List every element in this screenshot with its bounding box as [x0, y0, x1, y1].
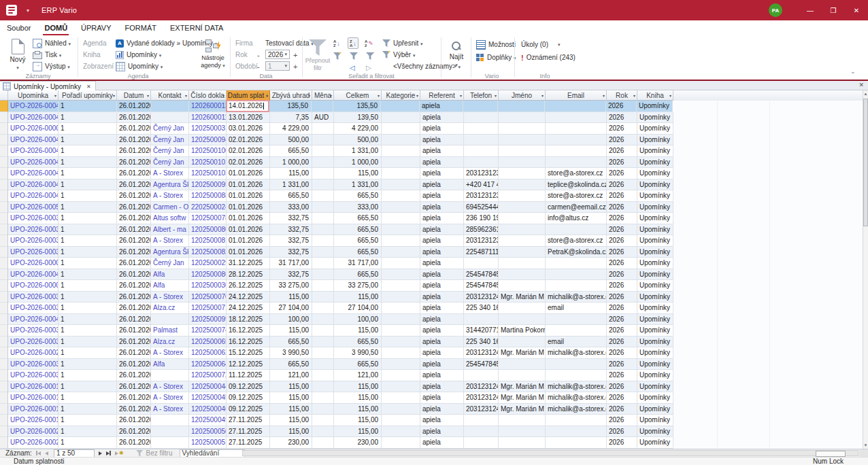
cell-kategorie[interactable]	[382, 415, 420, 426]
rok-spinner[interactable]: 2026▾	[265, 50, 290, 59]
cell-poradi-upominky[interactable]: 1	[59, 325, 117, 337]
cell-mena[interactable]	[312, 224, 334, 236]
cell-upominka[interactable]: UPO-2026-00038	[8, 235, 59, 247]
obdobi-spinner[interactable]: 1▾	[265, 61, 290, 71]
cell-telefon[interactable]: 203123123	[464, 168, 499, 179]
column-dropdown-icon[interactable]: ▾	[266, 93, 268, 98]
first-record-button[interactable]	[36, 451, 41, 455]
cell-mena[interactable]	[312, 359, 334, 371]
cell-datum[interactable]: 26.01.2026	[117, 157, 151, 169]
cell-referent[interactable]: apiela	[420, 347, 464, 359]
datasheet[interactable]: Upominka▾Pořadí upominky▾Datum▾Kontakt▾Č…	[0, 90, 863, 449]
cell-email[interactable]: email	[546, 303, 607, 314]
cell-mena[interactable]	[312, 101, 333, 112]
cell-poradi-upominky[interactable]: 1	[59, 337, 117, 348]
cell-rok[interactable]: 2026	[607, 112, 637, 124]
cell-email[interactable]: michalik@a-storex.cz	[546, 404, 607, 415]
new-record-nav-button[interactable]: ✱	[115, 450, 124, 456]
filter-status[interactable]: Bez filtru	[136, 449, 173, 457]
cell-kontakt[interactable]: Agentura Šk	[151, 179, 189, 191]
cell-datum-splatnosti[interactable]: 03.01.2026	[227, 123, 270, 135]
cell-poradi-upominky[interactable]: 1	[59, 190, 117, 202]
cell-zbyva-uhradit[interactable]: 665,50	[270, 359, 312, 371]
cell-telefon[interactable]: +420 417 445	[464, 179, 499, 191]
cell-cislo-dokladu[interactable]: 1202500080	[189, 224, 227, 236]
cell-kniha[interactable]: Upomínky	[637, 347, 673, 359]
cell-datum-splatnosti[interactable]: 24.12.2025	[227, 303, 270, 314]
cell-datum[interactable]: 26.01.2026	[117, 280, 151, 292]
previous-record-button[interactable]	[45, 451, 48, 455]
cell-poradi-upominky[interactable]: 1	[59, 415, 117, 426]
cell-email[interactable]	[546, 426, 607, 438]
cell-poradi-upominky[interactable]: 1	[59, 213, 117, 224]
cell-datum-splatnosti[interactable]: 01.01.2026	[227, 168, 270, 179]
column-dropdown-icon[interactable]: ▾	[54, 93, 56, 98]
cell-email[interactable]: michalik@a-storex.cz	[546, 292, 607, 303]
cell-cislo-dokladu[interactable]: 1202500072	[189, 370, 227, 381]
cell-cislo-dokladu[interactable]: 1202500071	[189, 303, 227, 314]
cell-referent[interactable]: apiela	[420, 370, 464, 381]
new-record-button[interactable]: Nový▾	[5, 37, 30, 76]
cell-cislo-dokladu[interactable]: 1202500064	[189, 359, 227, 371]
cell-rok[interactable]: 2026	[607, 325, 637, 337]
cell-mena[interactable]	[312, 190, 334, 202]
cell-poradi-upominky[interactable]: 1	[59, 235, 117, 247]
cell-rok[interactable]: 2026	[607, 392, 637, 404]
cell-celkem[interactable]: 139,50	[334, 112, 382, 124]
cell-kontakt[interactable]	[151, 370, 189, 381]
cell-datum-splatnosti[interactable]: 01.01.2026	[227, 224, 270, 236]
table-row[interactable]: UPO-2026-00045126.01.2026Černý Jan120250…	[0, 145, 863, 157]
cell-telefon[interactable]	[464, 437, 499, 449]
cell-mena[interactable]	[312, 314, 334, 326]
column-dropdown-icon[interactable]: ▾	[222, 93, 224, 98]
cell-rok[interactable]: 2026	[607, 213, 637, 224]
cell-poradi-upominky[interactable]: 1	[59, 303, 117, 314]
row-selector[interactable]	[0, 123, 8, 135]
cell-mena[interactable]	[312, 437, 334, 449]
cell-rok[interactable]: 2026	[607, 168, 637, 179]
tasks-button[interactable]: Úkoly (0) ▾	[521, 39, 561, 50]
cell-mena[interactable]	[312, 415, 334, 426]
selection-filter-button[interactable]: ⚡ Výběr ▾	[382, 50, 415, 60]
cell-mena[interactable]: AUD	[312, 112, 334, 124]
cell-poradi-upominky[interactable]: 1	[59, 292, 117, 303]
cell-cislo-dokladu[interactable]: 1202500101	[189, 157, 227, 169]
cell-upominka[interactable]: UPO-2026-00030	[8, 359, 59, 371]
cell-kniha[interactable]: Upomínky	[637, 337, 673, 348]
cell-mena[interactable]	[312, 292, 334, 303]
row-selector[interactable]	[0, 292, 8, 303]
cell-datum[interactable]: 26.01.2026	[117, 190, 151, 202]
cell-cislo-dokladu[interactable]: 1202600013	[189, 101, 227, 112]
column-header-zbyva-uhradit[interactable]: Zbývá uhrad▾	[270, 90, 312, 101]
cell-email[interactable]	[546, 269, 607, 281]
cell-datum-splatnosti[interactable]: 09.12.2025	[227, 381, 270, 393]
column-header-kontakt[interactable]: Kontakt▾	[151, 90, 189, 101]
table-row[interactable]: UPO-2026-00038126.01.2026A - Storex12025…	[0, 235, 863, 247]
table-row[interactable]: UPO-2026-00030126.01.2026Alfa12025000641…	[0, 359, 863, 371]
cell-upominka[interactable]: UPO-2026-00034	[8, 370, 59, 381]
cell-celkem[interactable]: 1 000,00	[334, 157, 382, 169]
column-dropdown-icon[interactable]: ▾	[460, 93, 462, 98]
cell-jmeno[interactable]	[499, 235, 546, 247]
cell-mena[interactable]	[312, 247, 334, 258]
cell-referent[interactable]: apiela	[420, 392, 464, 404]
cell-zbyva-uhradit[interactable]: 332,75	[270, 235, 312, 247]
cell-upominka[interactable]: UPO-2026-00042	[8, 135, 59, 146]
cell-celkem[interactable]: 3 990,50	[334, 347, 382, 359]
cell-rok[interactable]: 2026	[607, 280, 637, 292]
cell-kategorie[interactable]	[382, 123, 420, 135]
cell-jmeno[interactable]	[499, 303, 546, 314]
cell-jmeno[interactable]	[499, 426, 546, 438]
cell-kategorie[interactable]	[382, 347, 420, 359]
cell-telefon[interactable]: 225487111	[464, 247, 499, 258]
cell-kontakt[interactable]: A - Storex	[151, 235, 189, 247]
cell-jmeno[interactable]	[499, 112, 546, 124]
cell-celkem[interactable]: 665,50	[334, 269, 382, 281]
cell-zbyva-uhradit[interactable]: 332,75	[270, 224, 312, 236]
column-header-telefon[interactable]: Telefon▾	[464, 90, 499, 101]
cell-referent[interactable]: apiela	[420, 235, 464, 247]
cell-poradi-upominky[interactable]: 1	[59, 392, 117, 404]
cell-referent[interactable]: apiela	[420, 381, 464, 393]
cell-kniha[interactable]: Upomínky	[637, 224, 673, 236]
cell-rok[interactable]: 2026	[607, 235, 637, 247]
